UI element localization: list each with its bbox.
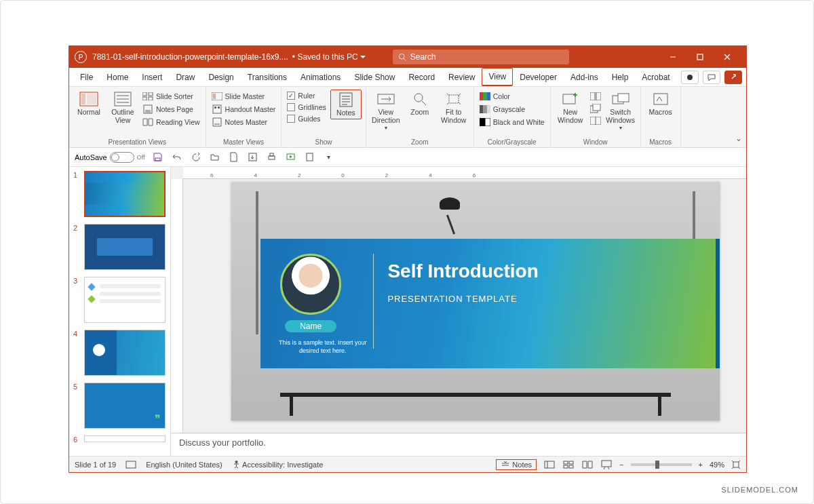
fit-to-window-button[interactable]: Fit to Window (438, 90, 469, 125)
slide-counter[interactable]: Slide 1 of 19 (75, 461, 116, 469)
slide-thumbnail-2[interactable] (84, 224, 166, 270)
touch-mode-button[interactable] (304, 151, 316, 163)
zoom-out-button[interactable]: − (619, 461, 623, 469)
reading-view-status-button[interactable] (581, 460, 594, 469)
slide-thumbnail-3[interactable] (84, 277, 166, 323)
close-button[interactable] (714, 46, 741, 68)
tab-addins[interactable]: Add-ins (564, 68, 605, 86)
slide-master-button[interactable]: Slide Master (210, 91, 277, 102)
outline-view-button[interactable]: Outline View (107, 90, 138, 125)
switch-windows-button[interactable]: Switch Windows▾ (605, 90, 636, 133)
zoom-button[interactable]: Zoom (404, 90, 435, 118)
svg-rect-22 (213, 94, 216, 99)
tab-review[interactable]: Review (442, 68, 482, 86)
tab-home[interactable]: Home (100, 68, 135, 86)
accessibility-status[interactable]: Accessibility: Investigate (232, 460, 324, 469)
group-label-master-views: Master Views (210, 137, 277, 146)
fit-to-window-status-button[interactable] (731, 460, 741, 469)
sample-text[interactable]: This is a sample text. Insert your desir… (275, 339, 370, 355)
reading-view-button[interactable]: Reading View (141, 117, 201, 128)
handout-master-button[interactable]: Handout Master (210, 104, 277, 115)
tab-animations[interactable]: Animations (294, 68, 347, 86)
zoom-percent[interactable]: 49% (710, 461, 724, 469)
tab-transitions[interactable]: Transitions (241, 68, 294, 86)
slide-thumbnail-4[interactable] (84, 330, 166, 376)
svg-rect-67 (564, 461, 568, 464)
notes-page-button[interactable]: Notes Page (141, 104, 201, 115)
slide-canvas[interactable]: Self Introduction PRESENTATION TEMPLATE … (231, 182, 720, 421)
spellcheck-icon[interactable] (125, 461, 136, 469)
macros-button[interactable]: Macros (645, 90, 676, 118)
notes-master-icon (212, 117, 222, 127)
ribbon-tabs: File Home Insert Draw Design Transitions… (69, 68, 746, 87)
zoom-in-button[interactable]: + (699, 461, 703, 469)
open-button[interactable] (209, 151, 221, 163)
tab-draw[interactable]: Draw (169, 68, 201, 86)
notes-master-button[interactable]: Notes Master (210, 117, 277, 128)
status-notes-button[interactable]: Notes (496, 459, 537, 470)
cascade-button[interactable] (589, 103, 602, 114)
new-window-button[interactable]: New Window (555, 90, 586, 125)
slide-thumbnail-6[interactable] (84, 435, 166, 442)
ruler-checkbox[interactable]: ✓Ruler (286, 91, 327, 100)
checkbox-icon (287, 115, 295, 123)
tab-view[interactable]: View (482, 68, 513, 86)
vertical-ruler[interactable] (171, 179, 183, 433)
tab-design[interactable]: Design (201, 68, 240, 86)
autosave-toggle[interactable]: AutoSave Off (75, 152, 145, 163)
slideshow-status-button[interactable] (600, 460, 613, 469)
slide-subtitle[interactable]: PRESENTATION TEMPLATE (387, 294, 517, 304)
view-direction-button[interactable]: View Direction▾ (370, 90, 402, 133)
redo-button[interactable] (190, 151, 202, 163)
slide-sorter-button[interactable]: Slide Sorter (141, 91, 201, 102)
color-button[interactable]: Color (478, 91, 546, 102)
collapse-ribbon-button[interactable]: ⌄ (735, 134, 742, 143)
slide-thumbnail-5[interactable]: ❞ (84, 383, 166, 429)
svg-line-73 (608, 467, 609, 469)
tab-help[interactable]: Help (605, 68, 636, 86)
comments-button[interactable] (703, 71, 720, 84)
present-button[interactable] (285, 151, 297, 163)
share-button[interactable] (724, 71, 742, 84)
svg-rect-60 (307, 153, 313, 161)
slide-sorter-icon (142, 92, 153, 101)
slide-title[interactable]: Self Introduction (387, 260, 538, 282)
slide-thumbnails-panel[interactable]: 1 2 3 4 5❞ 6 (69, 167, 171, 456)
arrange-all-button[interactable] (589, 91, 602, 102)
save-status[interactable]: • Saved to this PC (292, 52, 366, 62)
grayscale-button[interactable]: Grayscale (478, 104, 546, 115)
export-button[interactable] (247, 151, 259, 163)
horizontal-ruler[interactable]: 6420246 (183, 167, 746, 179)
notes-pane[interactable]: Discuss your portfolio. (171, 433, 746, 456)
tab-slideshow[interactable]: Slide Show (347, 68, 402, 86)
gridlines-checkbox[interactable]: Gridlines (286, 102, 327, 112)
maximize-button[interactable] (686, 46, 714, 68)
notes-button[interactable]: Notes (330, 90, 362, 119)
tab-record[interactable]: Record (402, 68, 442, 86)
search-box[interactable]: Search (393, 50, 569, 64)
svg-rect-3 (697, 54, 703, 60)
black-white-button[interactable]: Black and White (478, 117, 546, 128)
name-placeholder[interactable]: Name (285, 320, 336, 332)
record-indicator-button[interactable] (681, 71, 699, 84)
new-file-button[interactable] (228, 151, 240, 163)
undo-button[interactable] (171, 151, 183, 163)
thumb-number: 2 (73, 224, 80, 232)
slide-sorter-status-button[interactable] (562, 460, 575, 469)
slide-thumbnail-1[interactable] (84, 171, 166, 217)
language-status[interactable]: English (United States) (146, 461, 222, 469)
tab-acrobat[interactable]: Acrobat (635, 68, 676, 86)
tab-developer[interactable]: Developer (513, 68, 564, 86)
minimize-button[interactable] (659, 46, 686, 68)
normal-view-button[interactable]: Normal (73, 90, 104, 118)
move-split-button[interactable] (589, 115, 602, 126)
svg-point-62 (235, 461, 237, 463)
tab-file[interactable]: File (73, 68, 100, 86)
qat-more-button[interactable]: ▾ (323, 151, 335, 163)
guides-checkbox[interactable]: Guides (286, 114, 327, 123)
tab-insert[interactable]: Insert (135, 68, 169, 86)
print-button[interactable] (266, 151, 278, 163)
save-button[interactable] (152, 151, 164, 163)
zoom-slider[interactable] (631, 463, 692, 466)
normal-view-status-button[interactable] (543, 460, 556, 469)
